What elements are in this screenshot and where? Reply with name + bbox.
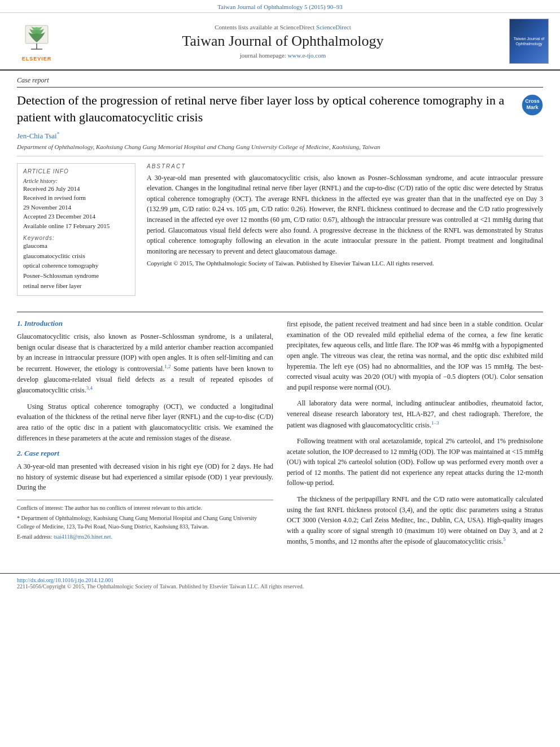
email-address[interactable]: tsai4118@ms26.hinet.net. <box>54 534 112 540</box>
history-label: Article history: <box>23 178 129 184</box>
keyword-rnfl: retinal nerve fiber layer <box>23 281 129 291</box>
abstract-title: ABSTRACT <box>147 163 543 169</box>
footer-issn: 2211-5056/Copyright © 2015, The Ophthalm… <box>17 583 543 589</box>
main-body: 1. Introduction Glaucomatocyclitic crisi… <box>17 312 543 553</box>
journal-title-area: Contents lists available at ScienceDirec… <box>62 24 504 59</box>
elsevier-logo: ELSEVIER <box>11 21 62 62</box>
received-revised-label: Received in revised form <box>23 193 129 203</box>
keyword-glaucoma: glaucoma <box>23 241 129 251</box>
received-date: Received 26 July 2014 <box>23 184 129 194</box>
article-type-label: Case report <box>17 76 543 88</box>
right-paragraph2: All laboratory data were normal, includi… <box>287 398 543 430</box>
abstract-copyright: Copyright © 2015, The Ophthalmologic Soc… <box>147 260 543 267</box>
article-content: Case report Detection of the progression… <box>0 71 560 564</box>
section1-heading: 1. Introduction <box>17 319 273 328</box>
footnotes-section: Conflicts of interest: The author has no… <box>17 500 273 541</box>
crossmark-badge-icon: Cross Mark <box>522 94 543 116</box>
section1-paragraph2: Using Stratus optical coherence tomograp… <box>17 401 273 443</box>
section2-paragraph1: A 30-year-old man presented with decreas… <box>17 461 273 493</box>
article-title: Detection of the progression of retinal … <box>17 92 516 125</box>
logo-box-text: Taiwan Journal of Ophthalmology <box>512 36 546 46</box>
svg-text:Cross: Cross <box>525 98 540 104</box>
elsevier-tree-icon <box>20 21 54 55</box>
author-name: Jen-Chia Tsai* <box>17 131 543 141</box>
keyword-gcc: glaucomatocyclitic crisis <box>23 251 129 261</box>
revised-date: 29 November 2014 <box>23 203 129 212</box>
right-paragraph1: first episode, the patient received trea… <box>287 319 543 392</box>
available-date: Available online 17 February 2015 <box>23 221 129 231</box>
article-info-title: ARTICLE INFO <box>23 168 129 174</box>
right-paragraph3: Following treatment with oral acetazolam… <box>287 436 543 488</box>
footnote-email: E-mail address: tsai4118@ms26.hinet.net. <box>17 532 273 541</box>
abstract-text: A 30-year-old man presented with glaucom… <box>147 173 543 257</box>
homepage-link[interactable]: www.e-tjo.com <box>288 52 326 59</box>
journal-logo-right: Taiwan Journal of Ophthalmology <box>504 19 549 64</box>
journal-volume-info: Taiwan Journal of Ophthalmology 5 (2015)… <box>0 0 560 13</box>
keyword-oct: optical coherence tomography <box>23 261 129 271</box>
right-paragraph4: The thickness of the peripapillary RNFL … <box>287 494 543 547</box>
journal-header: ELSEVIER Contents lists available at Sci… <box>0 13 560 71</box>
footnote-conflicts: Conflicts of interest: The author has no… <box>17 504 273 512</box>
science-direct-link[interactable]: ScienceDirect <box>316 24 351 30</box>
science-direct-text: Contents lists available at ScienceDirec… <box>62 24 504 30</box>
elsevier-brand-text: ELSEVIER <box>22 56 52 62</box>
title-area: Detection of the progression of retinal … <box>17 92 543 131</box>
journal-homepage: journal homepage: www.e-tjo.com <box>62 52 504 59</box>
journal-logo-box: Taiwan Journal of Ophthalmology <box>509 19 549 64</box>
article-info-box: ARTICLE INFO Article history: Received 2… <box>17 163 135 296</box>
doi-link-text[interactable]: http://dx.doi.org/10.1016/j.tjo.2014.12.… <box>17 577 543 583</box>
article-info-column: ARTICLE INFO Article history: Received 2… <box>17 163 135 303</box>
journal-main-title: Taiwan Journal of Ophthalmology <box>62 33 504 50</box>
footnote-affiliation: * Department of Ophthalmology, Kaohsiung… <box>17 514 273 531</box>
abstract-column: ABSTRACT A 30-year-old man presented wit… <box>147 163 543 303</box>
page-footer: http://dx.doi.org/10.1016/j.tjo.2014.12.… <box>0 573 560 593</box>
accepted-date: Accepted 23 December 2014 <box>23 212 129 221</box>
section1-paragraph1: Glaucomatocyclitic crisis, also known as… <box>17 331 273 396</box>
keywords-title: Keywords: <box>23 235 129 241</box>
body-columns: 1. Introduction Glaucomatocyclitic crisi… <box>17 319 543 553</box>
svg-text:Mark: Mark <box>526 104 539 110</box>
body-left-column: 1. Introduction Glaucomatocyclitic crisi… <box>17 319 273 553</box>
body-right-column: first episode, the patient received trea… <box>287 319 543 553</box>
article-history-section: Article history: Received 26 July 2014 R… <box>23 178 129 231</box>
section2-heading: 2. Case report <box>17 449 273 458</box>
author-affiliation: Department of Ophthalmology, Kaohsiung C… <box>17 143 543 156</box>
keywords-section: Keywords: glaucoma glaucomatocyclitic cr… <box>23 235 129 291</box>
keyword-pss: Posner–Schlossman syndrome <box>23 271 129 281</box>
doi-anchor[interactable]: http://dx.doi.org/10.1016/j.tjo.2014.12.… <box>17 577 113 583</box>
article-info-abstract-columns: ARTICLE INFO Article history: Received 2… <box>17 163 543 303</box>
